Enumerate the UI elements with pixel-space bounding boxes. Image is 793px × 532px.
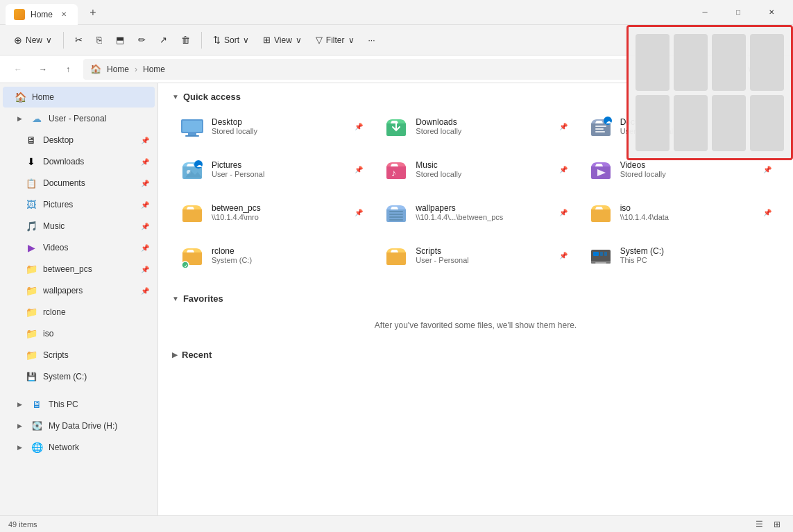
folder-card-music[interactable]: ♪ Music Stored locally 📌 — [376, 151, 574, 188]
sidebar-item-user-personal[interactable]: ▶ ☁ User - Personal — [3, 108, 155, 129]
svg-text:☁: ☁ — [606, 119, 611, 125]
between-pcs-card-info: between_pcs \\10.1.4.4\mro — [212, 203, 261, 221]
sidebar-item-rclone[interactable]: 📁 rclone — [3, 302, 155, 323]
new-button[interactable]: ⊕ New ∨ — [8, 29, 58, 51]
folder-card-desktop[interactable]: Desktop Stored locally 📌 — [172, 108, 370, 145]
folder-card-downloads[interactable]: Downloads Stored locally 📌 — [376, 108, 574, 145]
sidebar-home-label: Home — [32, 92, 149, 102]
rename-button[interactable]: ✏ — [133, 29, 151, 51]
music-card-sub: Stored locally — [416, 170, 461, 178]
maximize-button[interactable]: □ — [722, 1, 754, 24]
sidebar-system-c-label: System (C:) — [43, 372, 149, 381]
svg-rect-5 — [595, 128, 604, 130]
favorites-header[interactable]: ▼ Favorites — [158, 285, 793, 309]
downloads-card-name: Downloads — [416, 117, 461, 127]
sidebar-item-this-pc[interactable]: ▶ 🖥 This PC — [3, 394, 155, 415]
svg-rect-2 — [188, 133, 196, 135]
folder-card-iso[interactable]: iso \\10.1.4.4\data 📌 — [581, 194, 779, 231]
forward-button[interactable]: → — [33, 60, 53, 79]
svg-rect-6 — [595, 131, 605, 132]
toolbar-separator-1 — [63, 32, 64, 49]
scripts-card-info: Scripts User - Personal — [416, 246, 468, 264]
favorites-label: Favorites — [183, 293, 223, 304]
svg-text:✓: ✓ — [184, 264, 188, 268]
folder-card-rclone[interactable]: ✓ rclone System (C:) — [172, 237, 370, 274]
music-card-name: Music — [416, 160, 461, 170]
up-button[interactable]: ↑ — [58, 60, 78, 79]
back-button[interactable]: ← — [8, 60, 28, 79]
music-sidebar-icon: 🎵 — [25, 220, 37, 232]
sidebar-item-system-c[interactable]: 💾 System (C:) — [3, 366, 155, 387]
quick-access-label: Quick access — [183, 92, 241, 102]
data-drive-icon: 💽 — [31, 420, 43, 432]
sidebar-item-documents[interactable]: 📋 Documents 📌 — [3, 173, 155, 194]
status-list-view-button[interactable]: ☰ — [751, 517, 767, 532]
videos-folder-icon — [588, 157, 613, 182]
data-drive-expand-icon: ▶ — [14, 420, 25, 431]
system-c-sidebar-icon: 💾 — [25, 370, 37, 383]
documents-pin-icon: 📌 — [141, 180, 149, 187]
sidebar-item-iso[interactable]: 📁 iso — [3, 323, 155, 344]
tab-close-button[interactable]: ✕ — [58, 9, 69, 20]
sidebar-item-videos[interactable]: ▶ Videos 📌 — [3, 237, 155, 258]
folder-card-scripts[interactable]: Scripts User - Personal 📌 — [376, 237, 574, 274]
svg-rect-16 — [389, 216, 403, 218]
music-pin-icon: 📌 — [141, 223, 149, 230]
documents-folder-icon: ☁ — [588, 114, 613, 139]
cut-button[interactable]: ✂ — [69, 29, 88, 51]
home-tab[interactable]: Home ✕ — [6, 4, 78, 25]
sort-button[interactable]: ⇅ Sort ∨ — [207, 29, 255, 51]
folder-card-between-pcs[interactable]: between_pcs \\10.1.4.4\mro 📌 — [172, 194, 370, 231]
music-card-info: Music Stored locally — [416, 160, 461, 178]
sidebar-item-between-pcs[interactable]: 📁 between_pcs 📌 — [3, 259, 155, 280]
title-bar: Home ✕ + ─ □ ✕ — [0, 0, 793, 25]
sidebar-item-scripts[interactable]: 📁 Scripts — [3, 345, 155, 366]
sort-dropdown-icon: ∨ — [243, 35, 249, 45]
share-button[interactable]: ↗ — [154, 29, 173, 51]
sidebar-videos-label: Videos — [43, 243, 135, 252]
sidebar-item-wallpapers[interactable]: 📁 wallpapers 📌 — [3, 280, 155, 301]
folder-card-system-c[interactable]: System (C:) This PC — [581, 237, 779, 274]
view-dropdown-icon: ∨ — [296, 35, 302, 45]
sidebar-item-desktop[interactable]: 🖥 Desktop 📌 — [3, 130, 155, 151]
view-button[interactable]: ⊞ View ∨ — [257, 29, 307, 51]
paste-button[interactable]: ⬒ — [110, 29, 130, 51]
sidebar-wallpapers-label: wallpapers — [43, 286, 135, 295]
recent-label: Recent — [182, 350, 212, 360]
svg-rect-3 — [185, 135, 199, 137]
new-tab-button[interactable]: + — [83, 3, 103, 22]
sidebar-user-personal-label: User - Personal — [49, 114, 149, 123]
sidebar-item-network[interactable]: ▶ 🌐 Network — [3, 437, 155, 458]
copy-button[interactable]: ⎘ — [91, 29, 108, 51]
between-pcs-sidebar-icon: 📁 — [25, 263, 37, 275]
status-grid-view-button[interactable]: ⊞ — [769, 517, 785, 532]
tab-title: Home — [31, 10, 53, 19]
delete-button[interactable]: 🗑 — [176, 29, 196, 51]
recent-header[interactable]: ▶ Recent — [158, 341, 793, 366]
filter-button[interactable]: ▽ Filter ∨ — [310, 29, 360, 51]
sidebar-item-data-drive[interactable]: ▶ 💽 My Data Drive (H:) — [3, 415, 155, 436]
folder-card-wallpapers[interactable]: wallpapers \\10.1.4.4\...\between_pcs 📌 — [376, 194, 574, 231]
between-pcs-card-pin: 📌 — [355, 209, 363, 216]
sidebar-item-home[interactable]: 🏠 Home — [3, 87, 155, 108]
videos-pin-icon: 📌 — [141, 244, 149, 252]
svg-rect-4 — [595, 126, 606, 127]
sidebar-network-label: Network — [49, 443, 149, 452]
sidebar-item-downloads[interactable]: ⬇ Downloads 📌 — [3, 151, 155, 172]
close-button[interactable]: ✕ — [756, 1, 787, 24]
sort-icon: ⇅ — [213, 35, 221, 45]
wallpapers-card-pin: 📌 — [559, 209, 568, 216]
rclone-card-sub: System (C:) — [212, 256, 252, 264]
iso-card-info: iso \\10.1.4.4\data — [620, 203, 669, 221]
minimize-button[interactable]: ─ — [689, 1, 721, 24]
music-card-pin: 📌 — [559, 166, 568, 173]
sort-label: Sort — [224, 35, 239, 45]
videos-card-info: Videos Stored locally — [620, 160, 666, 178]
more-button[interactable]: ··· — [363, 29, 381, 51]
folder-card-pictures[interactable]: ☁ Pictures User - Personal 📌 — [172, 151, 370, 188]
status-view-controls: ☰ ⊞ — [751, 517, 785, 532]
sidebar-item-pictures[interactable]: 🖼 Pictures 📌 — [3, 194, 155, 215]
sidebar-item-music[interactable]: 🎵 Music 📌 — [3, 216, 155, 237]
downloads-sidebar-icon: ⬇ — [25, 155, 37, 168]
overlay-grid — [626, 25, 793, 160]
